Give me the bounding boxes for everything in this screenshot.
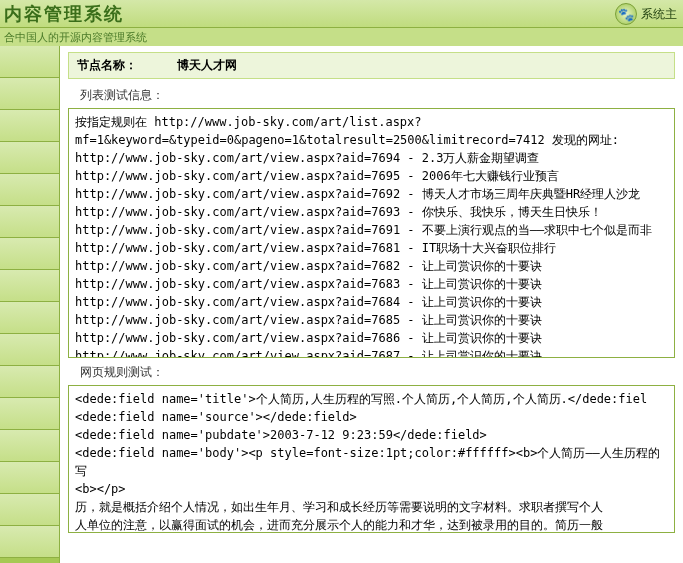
main-content: 节点名称： 博天人才网 列表测试信息： 按指定规则在 http://www.jo… — [60, 46, 683, 563]
list-test-output[interactable]: 按指定规则在 http://www.job-sky.com/art/list.a… — [68, 108, 675, 358]
sidebar-item[interactable] — [0, 430, 59, 462]
sidebar-item[interactable] — [0, 238, 59, 270]
sidebar-item[interactable] — [0, 526, 59, 558]
sidebar-item[interactable] — [0, 78, 59, 110]
list-test-label: 列表测试信息： — [68, 81, 675, 108]
system-link[interactable]: 系统主 — [641, 6, 677, 23]
sidebar-item[interactable] — [0, 270, 59, 302]
app-subtitle: 合中国人的开源内容管理系统 — [4, 30, 147, 45]
sidebar-item[interactable] — [0, 462, 59, 494]
sidebar-item[interactable] — [0, 142, 59, 174]
app-subtitle-row: 合中国人的开源内容管理系统 — [0, 28, 683, 46]
sidebar — [0, 46, 60, 563]
page-rule-test-label: 网页规则测试： — [68, 358, 675, 385]
page-rule-test-output[interactable]: <dede:field name='title'>个人简历,人生历程的写照.个人… — [68, 385, 675, 533]
sidebar-item[interactable] — [0, 206, 59, 238]
sidebar-item[interactable] — [0, 110, 59, 142]
main-layout: 节点名称： 博天人才网 列表测试信息： 按指定规则在 http://www.jo… — [0, 46, 683, 563]
paw-icon[interactable]: 🐾 — [615, 3, 637, 25]
sidebar-item[interactable] — [0, 366, 59, 398]
sidebar-item[interactable] — [0, 494, 59, 526]
sidebar-item[interactable] — [0, 334, 59, 366]
header-right: 🐾 系统主 — [615, 3, 677, 25]
sidebar-item[interactable] — [0, 174, 59, 206]
node-name-value: 博天人才网 — [177, 57, 237, 74]
sidebar-item[interactable] — [0, 46, 59, 78]
node-name-row: 节点名称： 博天人才网 — [68, 52, 675, 79]
sidebar-item[interactable] — [0, 398, 59, 430]
app-header: 内容管理系统 🐾 系统主 — [0, 0, 683, 28]
app-title: 内容管理系统 — [4, 2, 124, 26]
sidebar-item[interactable] — [0, 302, 59, 334]
node-name-label: 节点名称： — [77, 57, 137, 74]
